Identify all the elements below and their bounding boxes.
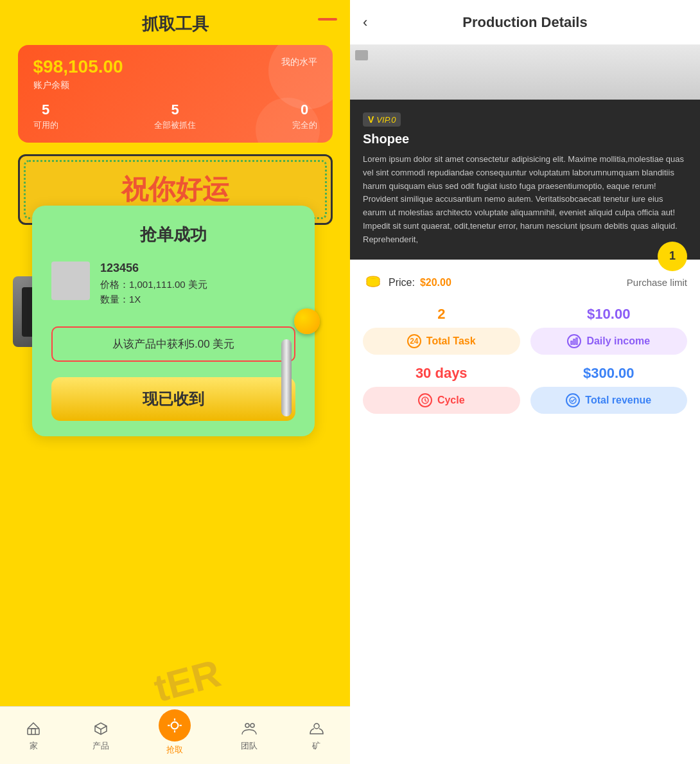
price-label: Price: <box>389 277 415 289</box>
nav-label-mine: 矿 <box>312 740 320 752</box>
stat-grid-row1: 2 24 Total Task $10.00 <box>363 306 687 355</box>
profit-box: 从该产品中获利5.00 美元 <box>51 326 295 362</box>
left-panel: 抓取工具 我的水平 $98,105.00 账户余额 5 可用的 5 全部被抓住 … <box>0 0 350 764</box>
complete-label: 完全的 <box>292 120 317 131</box>
balance-stat-grabbed: 5 全部被抓住 <box>154 102 196 131</box>
left-header: 抓取工具 <box>0 0 350 45</box>
stat-grid-row2: 30 days Cycle $300.00 <box>363 365 687 414</box>
my-level-label: 我的水平 <box>281 57 317 68</box>
svg-rect-0 <box>28 729 39 734</box>
total-revenue-value: $300.00 <box>583 365 634 382</box>
clock-icon <box>418 393 432 407</box>
purchase-limit-badge: 1 <box>658 242 687 271</box>
total-revenue-stat: $300.00 Total revenue <box>530 365 688 414</box>
coin-stack-icon <box>363 272 383 293</box>
grabbed-label: 全部被抓住 <box>154 120 196 131</box>
nav-item-mine[interactable]: 矿 <box>308 720 326 752</box>
price-value: $20.00 <box>420 277 451 289</box>
vip-label: VIP.0 <box>376 115 396 125</box>
available-value: 5 <box>33 102 58 118</box>
vip-badge: V VIP.0 <box>363 112 401 127</box>
confirm-button[interactable]: 现已收到 <box>51 377 295 421</box>
back-button[interactable]: ‹ <box>363 14 367 31</box>
modal-product-image <box>51 262 90 300</box>
balance-label: 账户余额 <box>33 80 317 91</box>
gold-ball-decoration <box>294 308 320 334</box>
product-description: Lorem ipsum dolor sit amet consectetur a… <box>363 153 687 247</box>
price-row: Price: $20.00 Purchase limit <box>363 272 687 293</box>
balance-card: 我的水平 $98,105.00 账户余额 5 可用的 5 全部被抓住 0 完全的 <box>18 45 333 143</box>
nav-label-home: 家 <box>30 740 38 752</box>
modal-title: 抢单成功 <box>51 224 295 246</box>
daily-income-stat: $10.00 Daily income <box>530 306 688 355</box>
nav-item-grab[interactable]: 抢取 <box>159 716 191 756</box>
right-panel: ‹ Production Details V VIP.0 Shopee Lore… <box>350 0 700 764</box>
lucky-text: 祝你好运 <box>121 172 229 208</box>
profit-text: 从该产品中获利5.00 美元 <box>112 338 235 350</box>
home-icon <box>24 720 42 738</box>
svg-rect-13 <box>571 341 572 344</box>
balance-stats-row: 5 可用的 5 全部被抓住 0 完全的 <box>33 102 317 131</box>
cycle-stat: 30 days Cycle <box>363 365 520 414</box>
cycle-pill: Cycle <box>363 387 520 414</box>
nav-label-grab: 抢取 <box>166 744 183 756</box>
balance-amount: $98,105.00 <box>33 57 317 77</box>
purchase-limit-number: 1 <box>669 249 676 263</box>
total-task-pill: 24 Total Task <box>363 328 520 355</box>
task-icon: 24 <box>407 334 421 348</box>
slot-handle-decoration <box>281 339 292 416</box>
shop-name: Shopee <box>363 132 687 147</box>
svg-point-7 <box>245 724 249 727</box>
cycle-value: 30 days <box>416 365 468 382</box>
daily-income-label: Daily income <box>586 335 650 347</box>
nav-item-team[interactable]: 团队 <box>240 720 258 752</box>
nav-item-product[interactable]: 产品 <box>92 720 110 752</box>
ter-watermark: tER <box>150 651 225 711</box>
vip-v-icon: V <box>368 114 374 125</box>
stats-area: Price: $20.00 Purchase limit 2 24 Total … <box>350 260 700 425</box>
box-icon <box>92 720 110 738</box>
daily-income-value: $10.00 <box>587 306 630 323</box>
grab-icon <box>159 709 191 742</box>
svg-point-8 <box>250 724 254 727</box>
svg-point-2 <box>171 722 179 729</box>
purchase-limit-text: Purchase limit <box>627 277 687 288</box>
order-qty: 数量：1X <box>100 294 295 306</box>
nav-label-team: 团队 <box>241 740 258 752</box>
svg-rect-15 <box>576 338 577 344</box>
order-id: 123456 <box>100 262 295 275</box>
page-title: Production Details <box>462 14 587 31</box>
nav-label-product: 产品 <box>92 740 109 752</box>
total-task-value: 2 <box>437 306 445 323</box>
modal-product-info: 123456 价格：1,001,111.00 美元 数量：1X <box>51 262 295 316</box>
available-label: 可用的 <box>33 120 58 131</box>
svg-rect-14 <box>573 339 575 344</box>
daily-income-pill: Daily income <box>530 328 688 355</box>
product-header-image <box>350 45 700 100</box>
modal-order-details: 123456 价格：1,001,111.00 美元 数量：1X <box>100 262 295 306</box>
checkmark-circle-icon <box>566 393 580 407</box>
total-revenue-label: Total revenue <box>585 395 651 406</box>
red-dash-icon <box>318 18 337 21</box>
balance-stat-complete: 0 完全的 <box>292 102 317 131</box>
order-price: 价格：1,001,111.00 美元 <box>100 279 295 291</box>
broken-image-icon <box>355 50 368 60</box>
grabbed-value: 5 <box>154 102 196 118</box>
mine-icon <box>308 720 326 738</box>
nav-item-home[interactable]: 家 <box>24 720 42 752</box>
total-task-label: Total Task <box>426 335 476 347</box>
team-icon <box>240 720 258 738</box>
product-description-area: V VIP.0 Shopee Lorem ipsum dolor sit ame… <box>350 100 700 260</box>
total-revenue-pill: Total revenue <box>530 387 688 414</box>
balance-stat-available: 5 可用的 <box>33 102 58 131</box>
complete-value: 0 <box>292 102 317 118</box>
left-title: 抓取工具 <box>142 13 209 35</box>
total-task-stat: 2 24 Total Task <box>363 306 520 355</box>
cycle-label: Cycle <box>437 395 465 406</box>
right-content: V VIP.0 Shopee Lorem ipsum dolor sit ame… <box>350 45 700 764</box>
success-modal: 抢单成功 123456 价格：1,001,111.00 美元 数量：1X 从该产… <box>32 206 315 436</box>
chart-icon <box>567 334 581 348</box>
svg-point-9 <box>314 724 319 729</box>
right-header: ‹ Production Details <box>350 0 700 45</box>
bottom-navigation: 家 产品 抢取 <box>0 706 350 764</box>
